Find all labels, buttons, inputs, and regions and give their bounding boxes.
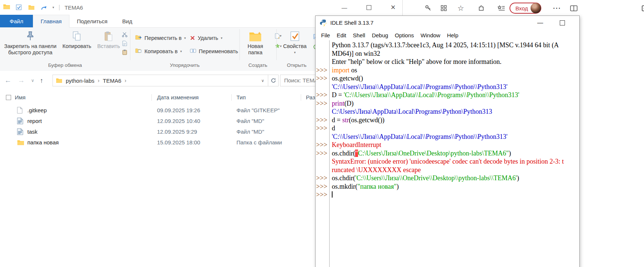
new-folder-button[interactable]: Новая папка <box>241 29 270 56</box>
pin-icon <box>3 29 58 43</box>
key-icon[interactable] <box>423 3 433 13</box>
idle-titlebar: IDLE Shell 3.13.7 — <box>316 16 579 30</box>
group-label-organize: Упорядочить <box>130 62 239 68</box>
shell-text-segment: os.chdir( <box>332 174 355 182</box>
paste-label: Вставить <box>95 43 122 49</box>
delete-label: Удалить <box>198 35 218 41</box>
favorites-star-icon[interactable]: ☆ <box>456 3 466 13</box>
shell-prompt: >>> <box>316 141 327 149</box>
maximize-button[interactable] <box>365 5 373 10</box>
shell-prompt: >>> <box>316 74 327 83</box>
copy-path-icon[interactable] <box>120 40 129 47</box>
menu-options[interactable]: Options <box>392 32 418 38</box>
ribbon-tab[interactable]: Главная <box>33 15 69 28</box>
favorites-bar-icon[interactable] <box>497 3 506 13</box>
back-icon[interactable]: ← <box>4 71 11 90</box>
menu-debug[interactable]: Debug <box>368 32 391 38</box>
shell-output-line: runcated \UXXXXXXXX escape <box>316 166 579 174</box>
shell-text-segment: SyntaxError: (unicode error) 'unicodeesc… <box>332 158 564 165</box>
address-bar[interactable]: python-labs›TEMA6› ∨ <box>52 75 268 86</box>
properties-icon <box>279 29 310 43</box>
cut-icon[interactable] <box>120 31 129 38</box>
delete-button[interactable]: ✕ Удалить ▾ <box>190 34 222 42</box>
menu-help[interactable]: Help <box>444 32 462 38</box>
paste-shortcut-icon[interactable] <box>120 48 129 56</box>
refresh-button[interactable] <box>268 75 279 86</box>
apps-grid-icon[interactable] <box>439 3 449 13</box>
shell-text-segment: "папка новая" <box>358 183 397 190</box>
address-dropdown-icon[interactable]: ∨ <box>261 78 264 83</box>
shell-output-line: C:\Users\Лиза\AppData\Local\Programs\Pyt… <box>316 107 579 116</box>
column-header-date[interactable]: Дата изменения <box>157 92 199 103</box>
copy-to-icon <box>135 48 142 54</box>
split-screen-icon[interactable] <box>569 3 579 13</box>
group-label-open: Открыть <box>276 62 317 68</box>
sign-in-label: Вход <box>515 5 528 11</box>
copy-button[interactable]: Копировать <box>59 29 95 49</box>
idle-minimize-button[interactable]: — <box>533 16 548 30</box>
idle-maximize-button[interactable] <box>555 16 570 30</box>
shell-text-segment: str <box>342 116 349 124</box>
column-header-name[interactable]: Имя <box>15 92 25 103</box>
file-name: report <box>27 116 42 126</box>
shell-text-segment: ) <box>396 183 399 190</box>
minimize-button[interactable]: — <box>340 4 348 11</box>
file-name: папка новая <box>27 137 59 148</box>
menu-edit[interactable]: Edit <box>333 32 350 38</box>
profile-avatar <box>531 3 541 13</box>
paste-icon <box>95 29 122 43</box>
forward-icon[interactable]: → <box>18 71 25 90</box>
idle-app-icon <box>320 19 327 28</box>
shell-text-segment: 'C:\\Users\\Лиза\\AppData\\Local\\Progra… <box>332 133 507 140</box>
ribbon-tab[interactable]: Вид <box>115 15 140 27</box>
idle-window-title: IDLE Shell 3.13.7 <box>330 16 374 30</box>
properties-button[interactable]: Свойства ▾ <box>279 29 310 56</box>
new-folder-quick-icon[interactable] <box>27 4 35 11</box>
edge-toolbar: ☆ Вход ⋯ <box>403 0 644 16</box>
menu-file[interactable]: File <box>318 32 333 38</box>
history-chevron-icon[interactable]: ∨ <box>31 71 34 90</box>
shell-text-segment: 'C:\\Users\\Лиза\\OneDrive\\Desktop\\pyt… <box>355 174 517 182</box>
breadcrumb-item[interactable]: TEMA6 <box>103 78 121 84</box>
more-options-icon[interactable]: ⋯ <box>552 3 562 13</box>
menu-window[interactable]: Window <box>417 32 443 38</box>
up-icon[interactable]: ↑ <box>40 71 43 90</box>
ribbon-tab[interactable]: Поделиться <box>69 15 115 27</box>
select-all-checkbox[interactable] <box>6 95 11 100</box>
column-header-type[interactable]: Тип <box>236 92 246 103</box>
shell-input-line: >>>os.mkdir("папка новая") <box>316 182 579 191</box>
shell-output: Python 3.13.7 (tags/v3.13.7:bcee1c3, Aug… <box>316 40 579 199</box>
explorer-app-icon <box>3 4 10 11</box>
extensions-icon[interactable] <box>477 3 486 13</box>
rename-icon <box>190 48 196 54</box>
paste-button[interactable]: Вставить <box>95 29 122 49</box>
text-cursor <box>332 191 333 198</box>
ribbon-tab[interactable]: Файл <box>0 15 33 27</box>
shell-text-segment: print <box>332 100 344 107</box>
shell-output-line: Python 3.13.7 (tags/v3.13.7:bcee1c3, Aug… <box>316 41 579 49</box>
move-to-button[interactable]: Переместить в ▾ <box>135 34 186 42</box>
shell-text-segment: ) <box>517 174 519 182</box>
pin-to-quick-access-button[interactable]: Закрепить на панели быстрого доступа <box>3 29 58 56</box>
shell-prompt: >>> <box>316 191 327 199</box>
copy-to-button[interactable]: Копировать в ▾ <box>135 47 182 56</box>
menu-shell[interactable]: Shell <box>350 32 368 38</box>
window-controls: — × <box>340 0 397 15</box>
new-folder-label-line1: Новая <box>241 43 270 49</box>
file-type: Файл "MD" <box>236 116 264 126</box>
close-button[interactable]: × <box>389 3 397 12</box>
redo-icon[interactable] <box>40 4 48 11</box>
properties-quick-icon[interactable] <box>15 4 23 11</box>
chevron-down-icon[interactable]: ▾ <box>52 6 54 9</box>
idle-text-area[interactable]: Python 3.13.7 (tags/v3.13.7:bcee1c3, Aug… <box>316 40 579 267</box>
shell-input-line: >>>os.chdir('C:\\Users\\Лиза\\OneDrive\\… <box>316 174 579 182</box>
file-type: Папка с файлами <box>236 137 282 148</box>
file-name: .gitkeep <box>27 105 47 116</box>
sidebar-toggle-icon[interactable] <box>641 3 644 13</box>
pin-label-line2: быстрого доступа <box>3 49 58 56</box>
breadcrumb-item[interactable]: python-labs <box>66 78 95 84</box>
sign-in-button[interactable]: Вход <box>510 3 541 14</box>
rename-button[interactable]: Переименовать <box>190 47 238 56</box>
new-folder-icon <box>241 29 270 43</box>
shell-text-segment: Enter "help" below or click "Help" above… <box>332 58 501 65</box>
